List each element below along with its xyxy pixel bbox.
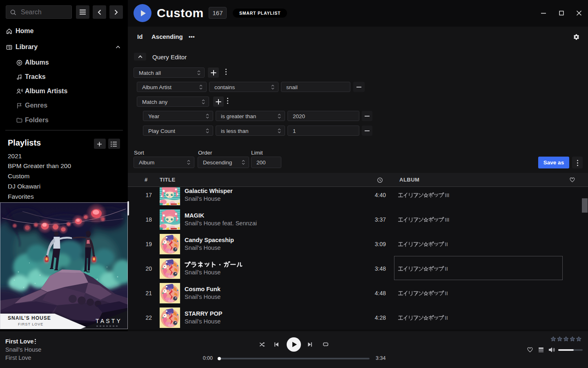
svg-text:TASTY: TASTY (96, 318, 122, 324)
svg-text:II: II (445, 315, 448, 321)
svg-text:III: III (445, 217, 450, 223)
svg-text:II: II (445, 290, 448, 296)
svg-text:II: II (445, 241, 448, 247)
svg-text:III: III (445, 192, 450, 198)
svg-text:FIRST LOVE: FIRST LOVE (18, 322, 43, 326)
svg-text:SNAIL’S HOUSE: SNAIL’S HOUSE (8, 315, 51, 321)
